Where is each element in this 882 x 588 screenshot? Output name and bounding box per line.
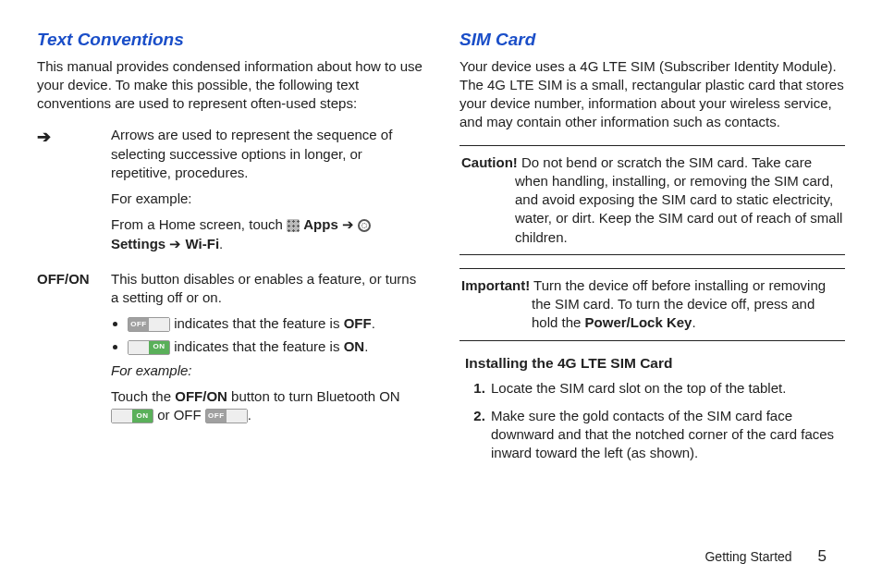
page-footer: Getting Started 5 [704,546,827,568]
offon-bullet-on: ON indicates that the feature is ON. [128,337,423,356]
apps-icon [287,219,300,232]
convention-arrow: ➔ Arrows are used to represent the seque… [37,126,423,261]
offon-example-label: For example: [111,362,192,378]
toggle-off-inline-icon: OFF [205,409,248,423]
intro-sim-card: Your device uses a 4G LTE SIM (Subscribe… [459,57,845,132]
heading-sim-card: SIM Card [459,28,845,52]
page-number: 5 [818,546,827,568]
important-notice: Important! Turn the device off before in… [459,268,845,341]
arrow-description: Arrows are used to represent the sequenc… [111,126,423,182]
left-column: Text Conventions This manual provides co… [37,28,423,472]
caution-text: Do not bend or scratch the SIM card. Tak… [515,154,842,245]
right-column: SIM Card Your device uses a 4G LTE SIM (… [459,28,845,472]
offon-label: OFF/ON [37,270,111,433]
arrow-icon: ➔ [37,126,111,261]
caution-notice: Caution! Do not bend or scratch the SIM … [459,145,845,255]
install-sim-heading: Installing the 4G LTE SIM Card [465,354,845,374]
heading-text-conventions: Text Conventions [37,28,423,52]
important-label: Important! [461,277,530,293]
offon-description: This button disables or enables a featur… [111,270,423,308]
toggle-off-icon: OFF [128,317,170,332]
footer-section-name: Getting Started [704,549,791,564]
caution-label: Caution! [461,154,518,170]
settings-icon [358,219,371,232]
arrow-example: From a Home screen, touch Apps ➔ Setting… [111,215,423,253]
install-step-2: Make sure the gold contacts of the SIM c… [489,407,845,463]
toggle-on-inline-icon: ON [111,409,153,423]
install-step-1: Locate the SIM card slot on the top of t… [489,379,845,398]
install-steps-list: Locate the SIM card slot on the top of t… [465,379,845,463]
toggle-on-icon: ON [128,340,170,355]
offon-bullet-off: OFF indicates that the feature is OFF. [128,314,423,333]
convention-offon: OFF/ON This button disables or enables a… [37,270,423,433]
arrow-example-label: For example: [111,190,423,208]
offon-example: Touch the OFF/ON button to turn Bluetoot… [111,387,423,425]
intro-text-conventions: This manual provides condensed informati… [37,57,423,114]
